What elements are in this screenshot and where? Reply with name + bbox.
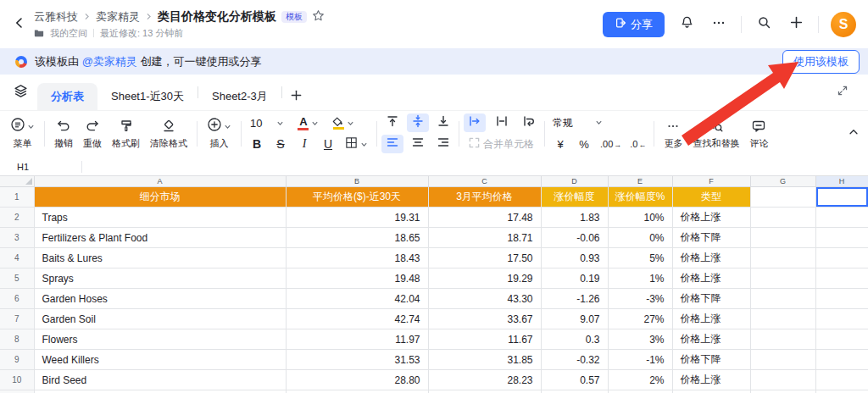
use-template-button[interactable]: 使用该模板 bbox=[782, 50, 860, 74]
cell-B10[interactable]: 28.80 bbox=[286, 370, 428, 390]
cell-H8[interactable] bbox=[815, 329, 868, 350]
insert-button[interactable]: 插入 bbox=[202, 116, 236, 152]
row-header-5[interactable]: 5 bbox=[0, 268, 34, 289]
column-header-D[interactable]: D bbox=[541, 176, 608, 187]
menu-button[interactable]: 菜单 bbox=[5, 116, 40, 152]
cell-A4[interactable]: Baits & Lures bbox=[34, 248, 286, 268]
cell-B9[interactable]: 31.53 bbox=[286, 350, 428, 370]
cell-D4[interactable]: 0.93 bbox=[541, 248, 608, 268]
cell-G8[interactable] bbox=[750, 329, 815, 350]
cell-C10[interactable]: 28.23 bbox=[428, 370, 541, 390]
cell-H10[interactable] bbox=[815, 370, 868, 390]
cell-D9[interactable]: -0.32 bbox=[541, 350, 608, 370]
cell-G4[interactable] bbox=[750, 248, 815, 268]
cell-H7[interactable] bbox=[815, 309, 868, 329]
increase-decimal-button[interactable]: .00→ bbox=[600, 139, 621, 149]
decrease-decimal-button[interactable]: .0← bbox=[630, 139, 646, 149]
borders-button[interactable] bbox=[341, 135, 372, 153]
cell-H1[interactable] bbox=[815, 187, 868, 208]
cell-B2[interactable]: 19.31 bbox=[286, 208, 428, 228]
cell-C3[interactable]: 18.71 bbox=[428, 228, 541, 248]
cell-G3[interactable] bbox=[750, 228, 815, 248]
cell-F8[interactable]: 价格上涨 bbox=[672, 329, 750, 350]
cell-A3[interactable]: Fertilizers & Plant Food bbox=[34, 228, 286, 248]
cell-E6[interactable]: -3% bbox=[608, 289, 672, 309]
cell-G10[interactable] bbox=[750, 370, 815, 390]
cell-C7[interactable]: 33.67 bbox=[428, 309, 541, 329]
percent-format-button[interactable]: % bbox=[576, 135, 592, 153]
create-new-button[interactable] bbox=[786, 14, 806, 35]
more-menu-button[interactable] bbox=[709, 14, 729, 35]
cell-C5[interactable]: 19.29 bbox=[428, 268, 541, 289]
undo-button[interactable]: 撤销 bbox=[49, 116, 78, 152]
cell-H5[interactable] bbox=[815, 268, 868, 289]
row-header-8[interactable]: 8 bbox=[0, 329, 34, 350]
row-header-2[interactable]: 2 bbox=[0, 208, 34, 228]
back-button[interactable] bbox=[8, 14, 31, 36]
row-header-7[interactable]: 7 bbox=[0, 309, 34, 329]
cell-C11[interactable] bbox=[428, 390, 541, 393]
space-name[interactable]: 我的空间 bbox=[50, 27, 87, 40]
row-header-1[interactable]: 1 bbox=[0, 187, 34, 208]
cell-B6[interactable]: 42.04 bbox=[286, 289, 428, 309]
cell-B11[interactable] bbox=[286, 390, 428, 393]
cell-C8[interactable]: 11.67 bbox=[428, 329, 541, 350]
tab-sheet2[interactable]: Sheet2-3月 bbox=[198, 83, 281, 110]
number-format-select[interactable]: 常规 bbox=[549, 116, 606, 130]
fullscreen-button[interactable] bbox=[832, 82, 853, 102]
cell-A9[interactable]: Weed Killers bbox=[34, 350, 286, 370]
valign-top-button[interactable] bbox=[381, 113, 403, 132]
font-color-button[interactable]: A bbox=[293, 113, 323, 132]
add-sheet-button[interactable] bbox=[282, 83, 311, 110]
row-header-11[interactable]: 11 bbox=[0, 390, 34, 393]
cell-D8[interactable]: 0.3 bbox=[541, 329, 608, 350]
text-overflow-button[interactable] bbox=[464, 113, 486, 132]
header-cell-B1[interactable]: 平均价格($)-近30天 bbox=[286, 187, 428, 208]
cell-E10[interactable]: 2% bbox=[608, 370, 672, 390]
merge-cells-button[interactable]: 合并单元格 bbox=[464, 135, 538, 153]
cell-G7[interactable] bbox=[750, 309, 815, 329]
cell-D11[interactable] bbox=[541, 390, 608, 393]
cell-name-box[interactable]: H1 bbox=[0, 162, 81, 172]
cell-H9[interactable] bbox=[815, 350, 868, 370]
cell-G5[interactable] bbox=[750, 268, 815, 289]
column-header-C[interactable]: C bbox=[428, 176, 541, 187]
comment-button[interactable]: 评论 bbox=[744, 116, 773, 152]
cell-D5[interactable]: 0.19 bbox=[541, 268, 608, 289]
breadcrumb-item[interactable]: 云雅科技 bbox=[34, 9, 78, 25]
column-header-H[interactable]: H bbox=[815, 176, 868, 187]
cell-B7[interactable]: 42.74 bbox=[286, 309, 428, 329]
cell-E8[interactable]: 3% bbox=[608, 329, 672, 350]
cell-A10[interactable]: Bird Seed bbox=[34, 370, 286, 390]
header-cell-D1[interactable]: 涨价幅度 bbox=[541, 187, 608, 208]
row-header-4[interactable]: 4 bbox=[0, 248, 34, 268]
clear-format-button[interactable]: 清除格式 bbox=[145, 116, 192, 152]
cell-F6[interactable]: 价格下降 bbox=[672, 289, 750, 309]
header-cell-F1[interactable]: 类型 bbox=[672, 187, 750, 208]
share-button[interactable]: 分享 bbox=[603, 12, 665, 37]
cell-C2[interactable]: 17.48 bbox=[428, 208, 541, 228]
cell-A8[interactable]: Flowers bbox=[34, 329, 286, 350]
more-tools-button[interactable]: 更多 bbox=[659, 116, 687, 152]
star-icon[interactable] bbox=[312, 9, 325, 25]
cell-E9[interactable]: -1% bbox=[608, 350, 672, 370]
cell-E7[interactable]: 27% bbox=[608, 309, 672, 329]
cell-A2[interactable]: Traps bbox=[34, 208, 286, 228]
align-left-button[interactable] bbox=[381, 135, 403, 153]
row-header-9[interactable]: 9 bbox=[0, 350, 34, 370]
tab-sheet1[interactable]: Sheet1-近30天 bbox=[97, 83, 198, 110]
bold-button[interactable]: B bbox=[246, 135, 268, 153]
cell-D10[interactable]: 0.57 bbox=[541, 370, 608, 390]
cell-F10[interactable]: 价格上涨 bbox=[672, 370, 750, 390]
cell-E5[interactable]: 1% bbox=[608, 268, 672, 289]
font-size-select[interactable]: 10 bbox=[246, 113, 288, 132]
find-replace-button[interactable]: 查找和替换 bbox=[687, 116, 744, 152]
cell-F11[interactable] bbox=[672, 390, 750, 393]
cell-D2[interactable]: 1.83 bbox=[541, 208, 608, 228]
cell-B8[interactable]: 11.97 bbox=[286, 329, 428, 350]
header-cell-E1[interactable]: 涨价幅度% bbox=[608, 187, 672, 208]
align-right-button[interactable] bbox=[432, 135, 454, 153]
valign-bottom-button[interactable] bbox=[432, 113, 454, 132]
italic-button[interactable]: I bbox=[293, 135, 315, 153]
cell-H11[interactable] bbox=[815, 390, 868, 393]
